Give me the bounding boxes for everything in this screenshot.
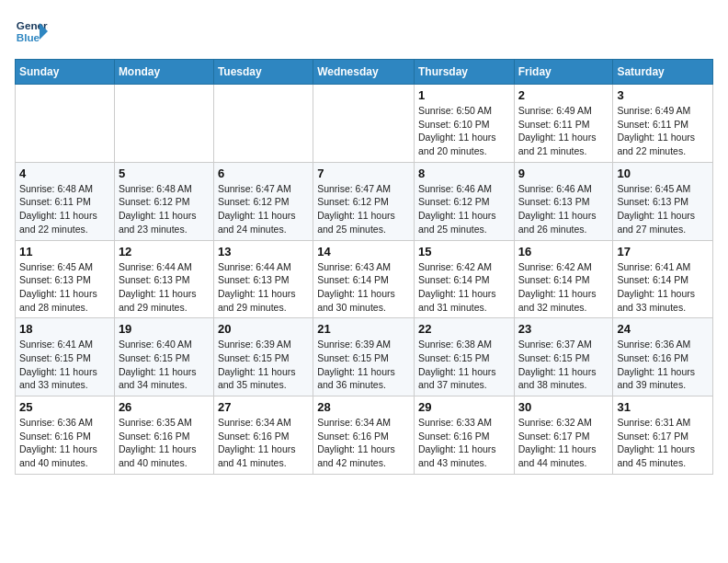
week-row-2: 4Sunrise: 6:48 AM Sunset: 6:11 PM Daylig… (16, 162, 713, 240)
day-cell-10: 10Sunrise: 6:45 AM Sunset: 6:13 PM Dayli… (613, 162, 713, 240)
week-row-4: 18Sunrise: 6:41 AM Sunset: 6:15 PM Dayli… (16, 318, 713, 396)
day-number: 15 (418, 245, 510, 259)
day-detail: Sunrise: 6:40 AM Sunset: 6:15 PM Dayligh… (119, 338, 210, 392)
day-detail: Sunrise: 6:45 AM Sunset: 6:13 PM Dayligh… (617, 182, 709, 236)
day-cell-20: 20Sunrise: 6:39 AM Sunset: 6:15 PM Dayli… (213, 318, 313, 396)
header-cell-sunday: Sunday (16, 60, 115, 85)
day-detail: Sunrise: 6:34 AM Sunset: 6:16 PM Dayligh… (317, 416, 410, 470)
day-cell-7: 7Sunrise: 6:47 AM Sunset: 6:12 PM Daylig… (313, 162, 415, 240)
day-number: 20 (218, 322, 309, 336)
logo-icon: General Blue (15, 15, 48, 48)
day-number: 21 (317, 322, 410, 336)
day-number: 4 (19, 167, 110, 180)
day-cell-16: 16Sunrise: 6:42 AM Sunset: 6:14 PM Dayli… (514, 240, 613, 318)
header-cell-monday: Monday (114, 60, 213, 85)
day-cell-2: 2Sunrise: 6:49 AM Sunset: 6:11 PM Daylig… (514, 85, 613, 163)
day-number: 31 (617, 400, 709, 414)
day-cell-14: 14Sunrise: 6:43 AM Sunset: 6:14 PM Dayli… (313, 240, 415, 318)
day-number: 9 (518, 167, 609, 180)
header: General Blue (15, 15, 713, 48)
day-number: 7 (317, 167, 410, 180)
day-cell-31: 31Sunrise: 6:31 AM Sunset: 6:17 PM Dayli… (613, 396, 713, 475)
day-cell-13: 13Sunrise: 6:44 AM Sunset: 6:13 PM Dayli… (213, 240, 313, 318)
day-number: 6 (218, 167, 309, 180)
day-number: 17 (617, 245, 709, 259)
day-number: 3 (617, 88, 709, 102)
day-detail: Sunrise: 6:46 AM Sunset: 6:12 PM Dayligh… (418, 182, 510, 236)
day-number: 26 (119, 400, 210, 414)
day-number: 18 (19, 322, 110, 336)
day-number: 24 (617, 322, 709, 336)
empty-cell (114, 85, 213, 163)
day-number: 19 (119, 322, 210, 336)
day-cell-8: 8Sunrise: 6:46 AM Sunset: 6:12 PM Daylig… (414, 162, 514, 240)
day-number: 30 (518, 400, 609, 414)
day-cell-11: 11Sunrise: 6:45 AM Sunset: 6:13 PM Dayli… (16, 240, 115, 318)
header-cell-saturday: Saturday (613, 60, 713, 85)
day-number: 11 (19, 245, 110, 259)
day-detail: Sunrise: 6:46 AM Sunset: 6:13 PM Dayligh… (518, 182, 609, 236)
day-cell-1: 1Sunrise: 6:50 AM Sunset: 6:10 PM Daylig… (414, 85, 514, 163)
day-cell-24: 24Sunrise: 6:36 AM Sunset: 6:16 PM Dayli… (613, 318, 713, 396)
header-cell-tuesday: Tuesday (213, 60, 313, 85)
day-cell-5: 5Sunrise: 6:48 AM Sunset: 6:12 PM Daylig… (114, 162, 213, 240)
day-detail: Sunrise: 6:38 AM Sunset: 6:15 PM Dayligh… (418, 338, 510, 392)
day-detail: Sunrise: 6:48 AM Sunset: 6:11 PM Dayligh… (19, 182, 110, 236)
empty-cell (213, 85, 313, 163)
day-cell-29: 29Sunrise: 6:33 AM Sunset: 6:16 PM Dayli… (414, 396, 514, 475)
day-detail: Sunrise: 6:42 AM Sunset: 6:14 PM Dayligh… (418, 260, 510, 315)
header-row: SundayMondayTuesdayWednesdayThursdayFrid… (16, 60, 713, 85)
day-detail: Sunrise: 6:39 AM Sunset: 6:15 PM Dayligh… (218, 338, 309, 392)
day-number: 28 (317, 400, 410, 414)
day-cell-9: 9Sunrise: 6:46 AM Sunset: 6:13 PM Daylig… (514, 162, 613, 240)
header-cell-friday: Friday (514, 60, 613, 85)
svg-text:Blue: Blue (17, 31, 40, 43)
day-cell-27: 27Sunrise: 6:34 AM Sunset: 6:16 PM Dayli… (213, 396, 313, 475)
day-detail: Sunrise: 6:31 AM Sunset: 6:17 PM Dayligh… (617, 416, 709, 470)
day-detail: Sunrise: 6:41 AM Sunset: 6:15 PM Dayligh… (19, 338, 110, 392)
week-row-5: 25Sunrise: 6:36 AM Sunset: 6:16 PM Dayli… (16, 396, 713, 475)
day-detail: Sunrise: 6:50 AM Sunset: 6:10 PM Dayligh… (418, 104, 510, 158)
day-number: 23 (518, 322, 609, 336)
day-detail: Sunrise: 6:43 AM Sunset: 6:14 PM Dayligh… (317, 260, 410, 315)
day-number: 22 (418, 322, 510, 336)
day-number: 14 (317, 245, 410, 259)
day-cell-25: 25Sunrise: 6:36 AM Sunset: 6:16 PM Dayli… (16, 396, 115, 475)
day-cell-30: 30Sunrise: 6:32 AM Sunset: 6:17 PM Dayli… (514, 396, 613, 475)
day-number: 1 (418, 88, 510, 102)
day-cell-19: 19Sunrise: 6:40 AM Sunset: 6:15 PM Dayli… (114, 318, 213, 396)
day-number: 25 (19, 400, 110, 414)
day-cell-3: 3Sunrise: 6:49 AM Sunset: 6:11 PM Daylig… (613, 85, 713, 163)
day-cell-17: 17Sunrise: 6:41 AM Sunset: 6:14 PM Dayli… (613, 240, 713, 318)
day-cell-15: 15Sunrise: 6:42 AM Sunset: 6:14 PM Dayli… (414, 240, 514, 318)
day-detail: Sunrise: 6:49 AM Sunset: 6:11 PM Dayligh… (518, 104, 609, 158)
day-detail: Sunrise: 6:39 AM Sunset: 6:15 PM Dayligh… (317, 338, 410, 392)
day-number: 27 (218, 400, 309, 414)
day-detail: Sunrise: 6:47 AM Sunset: 6:12 PM Dayligh… (317, 182, 410, 236)
header-cell-wednesday: Wednesday (313, 60, 415, 85)
day-number: 29 (418, 400, 510, 414)
day-cell-21: 21Sunrise: 6:39 AM Sunset: 6:15 PM Dayli… (313, 318, 415, 396)
day-cell-22: 22Sunrise: 6:38 AM Sunset: 6:15 PM Dayli… (414, 318, 514, 396)
day-detail: Sunrise: 6:35 AM Sunset: 6:16 PM Dayligh… (119, 416, 210, 470)
empty-cell (313, 85, 415, 163)
day-cell-4: 4Sunrise: 6:48 AM Sunset: 6:11 PM Daylig… (16, 162, 115, 240)
day-cell-6: 6Sunrise: 6:47 AM Sunset: 6:12 PM Daylig… (213, 162, 313, 240)
week-row-1: 1Sunrise: 6:50 AM Sunset: 6:10 PM Daylig… (16, 85, 713, 163)
week-row-3: 11Sunrise: 6:45 AM Sunset: 6:13 PM Dayli… (16, 240, 713, 318)
day-cell-12: 12Sunrise: 6:44 AM Sunset: 6:13 PM Dayli… (114, 240, 213, 318)
day-cell-23: 23Sunrise: 6:37 AM Sunset: 6:15 PM Dayli… (514, 318, 613, 396)
day-detail: Sunrise: 6:42 AM Sunset: 6:14 PM Dayligh… (518, 260, 609, 315)
empty-cell (16, 85, 115, 163)
day-detail: Sunrise: 6:36 AM Sunset: 6:16 PM Dayligh… (617, 338, 709, 392)
day-detail: Sunrise: 6:45 AM Sunset: 6:13 PM Dayligh… (19, 260, 110, 315)
calendar-table: SundayMondayTuesdayWednesdayThursdayFrid… (15, 59, 713, 475)
day-detail: Sunrise: 6:48 AM Sunset: 6:12 PM Dayligh… (119, 182, 210, 236)
day-detail: Sunrise: 6:49 AM Sunset: 6:11 PM Dayligh… (617, 104, 709, 158)
day-number: 8 (418, 167, 510, 180)
day-number: 5 (119, 167, 210, 180)
day-cell-28: 28Sunrise: 6:34 AM Sunset: 6:16 PM Dayli… (313, 396, 415, 475)
day-detail: Sunrise: 6:33 AM Sunset: 6:16 PM Dayligh… (418, 416, 510, 470)
day-detail: Sunrise: 6:32 AM Sunset: 6:17 PM Dayligh… (518, 416, 609, 470)
logo: General Blue (15, 15, 48, 48)
